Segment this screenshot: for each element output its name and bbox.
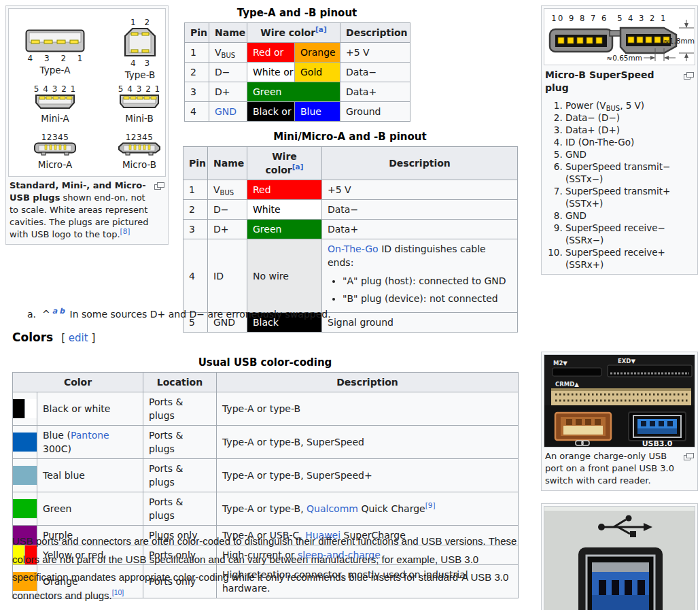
- cell-description: Ground: [340, 102, 410, 122]
- cell-wire-color: Blue: [295, 102, 340, 122]
- usb-plugs-image[interactable]: 4 3 2 1 Type-A 1 2 4 3 Type-B: [8, 8, 166, 177]
- cell-description: Data−: [340, 63, 410, 82]
- table-row: 3 D+ Green Data+: [185, 82, 410, 102]
- cell-name: D+: [208, 220, 247, 239]
- blue-port-photo[interactable]: [544, 506, 695, 610]
- pinout-typeab-section: Type-A and -B pinout Pin Name Wire color…: [184, 7, 410, 122]
- mini-b-plug-icon: [119, 94, 160, 109]
- col-pin: Pin: [185, 23, 209, 43]
- mini-a-plug-icon: [35, 94, 75, 109]
- cell-pin: 1: [185, 43, 209, 63]
- col-description: Description: [340, 23, 410, 43]
- table-row: 3 D+ Green Data+: [183, 220, 518, 239]
- heading-text: Colors: [12, 331, 53, 344]
- table-row: 2 D− White Data−: [183, 200, 518, 220]
- ref-a-link[interactable]: [a]: [315, 25, 327, 33]
- qualcomm-link[interactable]: Qualcomm: [307, 503, 358, 514]
- color-swatch: [13, 426, 37, 459]
- color-coding-caption: Usual USB color-coding: [12, 356, 518, 369]
- cell-wire-color: Green: [247, 220, 322, 239]
- header-row: Pin Name Wire color[a] Description: [183, 147, 518, 180]
- cell-pin: 3: [183, 220, 208, 239]
- cell-name: VBUS: [209, 43, 247, 63]
- type-a-plug-icon: [25, 29, 85, 52]
- micro-a-plug-icon: [33, 142, 77, 156]
- footnote-a: a.^ab In some sources D+ and D− are erro…: [27, 309, 331, 320]
- table-row: 4 ID No wire On-The-Go ID distinguishes …: [183, 239, 518, 313]
- table-row: 1 VBUS Red or Orange +5 V: [185, 43, 410, 63]
- pin-list-item: SuperSpeed transmit+ (SSTx+): [565, 185, 695, 209]
- cell-name: D−: [208, 200, 247, 220]
- table-row: 1 VBUS Red +5 V: [183, 180, 518, 200]
- pinout-typeab-caption: Type-A and -B pinout: [184, 7, 410, 19]
- footnote-text: In some sources D+ and D− are erroneousl…: [70, 309, 331, 320]
- on-the-go-link[interactable]: On-The-Go: [328, 243, 379, 254]
- pin-list-item: SuperSpeed receive− (SSRx−): [565, 222, 695, 246]
- backlink-a[interactable]: a: [52, 307, 57, 316]
- cell-name: VBUS: [208, 180, 247, 200]
- footnote-caret: ^: [42, 309, 50, 320]
- figure-usb-plugs: 4 3 2 1 Type-A 1 2 4 3 Type-B: [5, 5, 169, 245]
- cell-wire-color: Green: [247, 82, 340, 102]
- cell-color-name: Blue (Pantone 300C): [37, 426, 143, 459]
- ref-9-link[interactable]: [9]: [425, 501, 436, 509]
- pinout-minimicro-caption: Mini/Micro-A and -B pinout: [183, 131, 517, 143]
- cell-pin: 2: [183, 200, 208, 220]
- table-row: Teal blue Ports & plugs Type-A or type-B…: [13, 459, 519, 492]
- table-row: 4 GND Black or Blue Ground: [185, 102, 410, 122]
- cell-description: Data+: [340, 82, 410, 102]
- cell-wire-color: Black or: [247, 102, 295, 122]
- edit-section-link[interactable]: edit: [69, 332, 88, 344]
- type-b-plug-icon: [124, 27, 156, 57]
- header-row: Pin Name Wire color[a] Description: [185, 23, 410, 43]
- svg-text:CRMD▲: CRMD▲: [555, 381, 579, 388]
- gnd-link[interactable]: GND: [215, 106, 237, 117]
- cell-wire-color: Gold: [295, 63, 340, 82]
- pantone-link[interactable]: Pantone: [71, 430, 109, 441]
- cell-location: Ports & plugs: [143, 392, 217, 426]
- otg-bullet-list: "A" plug (host): connected to GND "B" pl…: [330, 274, 512, 305]
- cell-color-name: Black or white: [37, 392, 143, 426]
- cell-wire-color: Red: [247, 180, 322, 200]
- plug-diagram-type-b: 1 2 4 3 Type-B: [109, 18, 166, 80]
- microb-superspeed-diagram: 10 9 8 7 6 5 4 3 2 1: [544, 9, 695, 63]
- pinout-minimicro-table: Pin Name Wire color[a] Description 1 VBU…: [183, 146, 518, 333]
- header-row: Color Location Description: [13, 373, 519, 392]
- mini-b-pin-numbers: 5 4 3 2 1: [113, 85, 165, 94]
- plug-diagram-mini-a: 5 4 3 2 1 Mini-A: [29, 85, 81, 124]
- table-row: Green Ports & plugs Type-A or type-B, Qu…: [13, 492, 519, 526]
- magnify-icon[interactable]: [684, 70, 694, 83]
- color-swatch: [13, 392, 37, 426]
- col-description: Description: [322, 147, 518, 180]
- plug-diagram-mini-b: 5 4 3 2 1 Mini-B: [113, 85, 165, 124]
- cell-wire-color: Orange: [295, 43, 340, 63]
- cell-description: On-The-Go ID distinguishes cable ends: "…: [322, 239, 518, 313]
- cell-pin: 4: [183, 239, 208, 313]
- col-description: Description: [217, 373, 519, 392]
- cell-description: Signal ground: [322, 313, 518, 333]
- backlink-b[interactable]: b: [59, 307, 65, 316]
- orange-port-photo[interactable]: M2▼ EXD▼ CRMD▲: [544, 354, 695, 447]
- mini-a-label: Mini-A: [29, 113, 81, 124]
- cell-location: Ports & plugs: [143, 459, 217, 492]
- magnify-icon[interactable]: [154, 181, 164, 193]
- svg-text:10 9 8 7 6: 10 9 8 7 6: [551, 14, 608, 23]
- microb-superspeed-image[interactable]: 10 9 8 7 6 5 4 3 2 1: [544, 8, 695, 65]
- svg-text:≈0.65mm: ≈0.65mm: [606, 54, 642, 62]
- cell-description: Type-A or type-B, SuperSpeed: [217, 426, 519, 459]
- plug-diagram-micro-a: 12345 Micro-A: [28, 133, 82, 170]
- ref-a-link[interactable]: [a]: [292, 163, 304, 171]
- table-row: 2 D− White or Gold Data−: [185, 63, 410, 82]
- ref-10-link[interactable]: [10]: [112, 588, 124, 596]
- col-color: Color: [13, 373, 143, 392]
- type-b-label: Type-B: [109, 69, 166, 80]
- plug-diagram-type-a: 4 3 2 1 Type-A: [21, 29, 89, 75]
- ref-8-link[interactable]: [8]: [120, 226, 130, 235]
- figure-orange-port: M2▼ EXD▼ CRMD▲: [541, 352, 698, 491]
- cell-wire-color: White or: [247, 63, 295, 82]
- magnify-icon[interactable]: [684, 452, 694, 464]
- cell-location: Ports & plugs: [143, 492, 217, 526]
- microb-superspeed-caption: Micro-B SuperSpeed plug: [544, 65, 695, 97]
- figure-microb-superspeed: 10 9 8 7 6 5 4 3 2 1: [541, 5, 698, 275]
- mini-b-label: Mini-B: [113, 113, 165, 124]
